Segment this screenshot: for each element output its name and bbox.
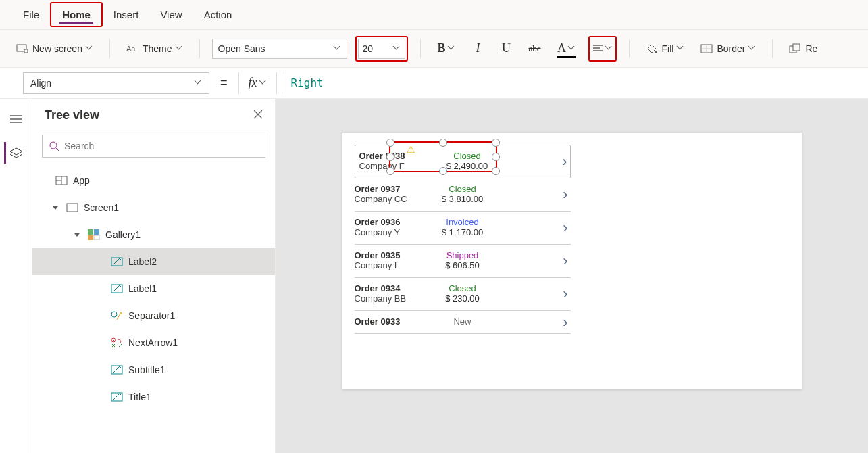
status-label: Closed (434, 151, 501, 161)
formula-input[interactable]: Right (284, 72, 856, 94)
price-label: $ 1,170.00 (429, 227, 496, 237)
fill-button[interactable]: Fill (642, 40, 689, 57)
treeview-tool[interactable] (4, 142, 26, 164)
svg-rect-25 (67, 204, 78, 212)
svg-rect-26 (88, 229, 93, 235)
label-icon (111, 283, 123, 295)
tree-node-label: Title1 (128, 391, 151, 402)
tree-node-label: Label2 (128, 256, 157, 267)
treeview-panel: Tree view AppScreen1Gallery1Label2Label1… (32, 99, 276, 453)
font-color-button[interactable]: A (553, 39, 580, 59)
tree-node-label: NextArrow1 (128, 337, 178, 348)
screen-icon (66, 201, 78, 214)
tree-node-label1[interactable]: Label1 (32, 275, 275, 302)
bold-button[interactable]: B (433, 39, 460, 59)
strike-button[interactable]: abc (525, 39, 545, 59)
menu-insert[interactable]: Insert (103, 3, 150, 26)
tree-node-title1[interactable]: Title1 (32, 383, 275, 410)
tree-node-label: Separator1 (128, 310, 175, 321)
font-size-select[interactable]: 20 (358, 39, 405, 59)
company-label: Company F (359, 161, 434, 171)
menu-action[interactable]: Action (193, 3, 243, 26)
tree-node-app[interactable]: App (32, 167, 275, 194)
reorder-button[interactable]: Re (785, 40, 821, 57)
property-select[interactable]: Align (23, 72, 209, 94)
border-button[interactable]: Border (696, 40, 760, 57)
separator-icon (111, 310, 123, 322)
svg-point-9 (655, 51, 657, 53)
price-label: $ 230.00 (429, 293, 496, 304)
tree-node-screen1[interactable]: Screen1 (32, 194, 275, 221)
border-icon (700, 43, 713, 55)
theme-icon: Aa (126, 43, 138, 55)
label-icon (111, 256, 123, 268)
svg-rect-31 (111, 285, 122, 293)
fx-button[interactable]: fx (246, 76, 270, 90)
tree-node-label: App (73, 175, 90, 186)
chevron-right-icon[interactable]: › (562, 153, 567, 170)
chevron-right-icon[interactable]: › (563, 252, 567, 270)
tree-node-nextarrow1[interactable]: NextArrow1 (32, 329, 275, 356)
new-screen-button[interactable]: New screen (12, 40, 97, 57)
expander-icon[interactable] (53, 206, 61, 210)
chevron-down-icon (334, 45, 341, 52)
tree-node-subtitle1[interactable]: Subtitle1 (32, 356, 275, 383)
order-title: Order 0936 (355, 217, 429, 227)
close-button[interactable] (253, 108, 263, 122)
border-label: Border (717, 43, 745, 54)
chevron-down-icon (569, 45, 576, 52)
chevron-down-icon (260, 80, 267, 87)
svg-rect-28 (88, 235, 93, 240)
svg-rect-27 (94, 229, 99, 235)
expander-icon[interactable] (74, 233, 82, 237)
menu-home[interactable]: Home (50, 2, 103, 27)
gallery-preview[interactable]: Order 0938Company FClosed$ 2,490.00›⚠Ord… (355, 145, 571, 334)
chevron-right-icon[interactable]: › (563, 314, 567, 331)
ribbon: New screen Aa Theme Open Sans 20 B I U a… (0, 30, 868, 68)
reorder-label: Re (805, 43, 817, 54)
menu-view[interactable]: View (149, 3, 193, 26)
layers-icon (9, 147, 23, 158)
tree-node-separator1[interactable]: Separator1 (32, 302, 275, 329)
tree-node-label: Gallery1 (105, 229, 141, 240)
hamburger-icon (10, 114, 22, 124)
chevron-down-icon (749, 45, 756, 52)
theme-label: Theme (143, 43, 172, 54)
italic-button[interactable]: I (468, 39, 488, 59)
chevron-right-icon[interactable]: › (563, 186, 567, 204)
treeview-search[interactable] (42, 135, 265, 158)
price-label: $ 3,810.00 (429, 194, 496, 204)
hamburger-button[interactable] (5, 108, 27, 130)
gallery-row[interactable]: Order 0938Company FClosed$ 2,490.00›⚠ (355, 145, 571, 178)
search-icon (49, 141, 59, 151)
nextarrow-icon (111, 337, 123, 349)
align-icon (592, 44, 604, 53)
status-label: Invoiced (429, 217, 496, 227)
font-family-select[interactable]: Open Sans (212, 39, 347, 59)
gallery-row[interactable]: Order 0937Company CCClosed$ 3,810.00› (355, 178, 571, 212)
equals-label: = (216, 76, 232, 90)
gallery-row[interactable]: Order 0936Company YInvoiced$ 1,170.00› (355, 212, 571, 245)
fill-label: Fill (662, 43, 674, 54)
tree-node-label2[interactable]: Label2 (32, 248, 275, 275)
gallery-row[interactable]: Order 0935Company IShipped$ 606.50› (355, 245, 571, 278)
font-size-value: 20 (363, 43, 374, 54)
chevron-right-icon[interactable]: › (563, 219, 567, 237)
gallery-row[interactable]: Order 0934Company BBClosed$ 230.00› (355, 278, 571, 311)
treeview-search-input[interactable] (64, 141, 258, 151)
chevron-right-icon[interactable]: › (563, 285, 567, 303)
theme-button[interactable]: Aa Theme (122, 40, 187, 57)
new-screen-label: New screen (32, 43, 82, 54)
warning-icon: ⚠ (407, 144, 415, 155)
treeview-title: Tree view (45, 108, 99, 122)
screen-preview[interactable]: Order 0938Company FClosed$ 2,490.00›⚠Ord… (342, 133, 802, 389)
underline-button[interactable]: U (496, 39, 517, 59)
text-align-button[interactable] (591, 39, 614, 59)
canvas[interactable]: Order 0938Company FClosed$ 2,490.00›⚠Ord… (276, 99, 868, 453)
order-title: Order 0937 (355, 184, 429, 194)
menu-file[interactable]: File (12, 3, 50, 26)
gallery-row[interactable]: Order 0933New› (355, 311, 571, 334)
tree-node-gallery1[interactable]: Gallery1 (32, 221, 275, 248)
company-label: Company BB (355, 293, 429, 304)
status-label: Closed (429, 184, 496, 194)
